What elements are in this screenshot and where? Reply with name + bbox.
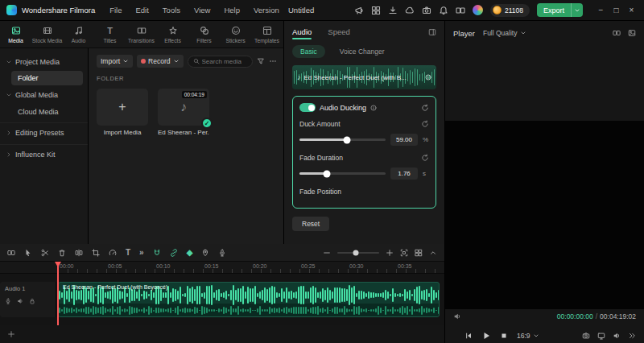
track-voiceover-icon[interactable] (5, 298, 11, 304)
duck-amount-value[interactable]: 59.00 (390, 134, 418, 146)
reset-fade-duration-icon[interactable] (421, 154, 429, 162)
zoom-in-icon[interactable] (386, 249, 394, 257)
voiceover-mic-icon[interactable] (218, 249, 226, 257)
track-manager-icon[interactable] (415, 249, 423, 257)
search-input[interactable]: Search media (188, 56, 254, 68)
record-button[interactable]: Record (137, 55, 183, 68)
fullscreen-monitor-icon[interactable] (597, 332, 605, 340)
duck-amount-slider[interactable] (299, 138, 386, 141)
keyframe-icon[interactable]: ◆ (187, 249, 193, 257)
link-clips-icon[interactable] (170, 249, 178, 257)
pointer-tool-icon[interactable] (24, 249, 32, 257)
marker-icon[interactable] (201, 249, 209, 257)
collapse-timeline-icon[interactable] (429, 249, 437, 257)
quality-dropdown[interactable]: Full Quality (483, 29, 527, 37)
filter-funnel-icon[interactable] (257, 57, 265, 65)
subtab-voice-changer[interactable]: Voice Changer (332, 45, 393, 58)
minimize-button[interactable]: − (593, 0, 609, 21)
tab-templates[interactable]: Templates (251, 26, 283, 43)
audio-thumbnail[interactable]: ♪ 00:04:19 ✓ (158, 89, 209, 126)
slider-knob[interactable] (324, 170, 331, 177)
coin-balance[interactable]: 21108 (490, 4, 530, 17)
sidebar-item-folder[interactable]: Folder (11, 71, 83, 85)
tab-transitions[interactable]: Transitions (126, 26, 157, 43)
previous-frame-icon[interactable] (464, 332, 473, 340)
audio-clip-preview[interactable]: ♪ Ed Sheeran - Perfect Duet (with B... (292, 65, 436, 89)
video-preview[interactable] (445, 121, 644, 309)
crop-tool-icon[interactable] (92, 249, 100, 257)
menu-version[interactable]: Version (254, 6, 279, 14)
speaker-icon[interactable] (613, 332, 621, 340)
tab-media[interactable]: Media (0, 26, 31, 43)
more-tools-icon[interactable]: » (139, 249, 144, 257)
tab-titles[interactable]: T Titles (94, 26, 126, 43)
dual-layout-icon[interactable] (456, 6, 465, 15)
download-icon[interactable] (388, 6, 398, 15)
tab-audio-properties[interactable]: Audio (292, 23, 312, 41)
add-track-plus-icon[interactable] (7, 330, 15, 338)
menu-edit[interactable]: Edit (135, 6, 148, 14)
playhead[interactable] (57, 262, 59, 325)
reset-button[interactable]: Reset (292, 217, 329, 231)
tab-stickers[interactable]: Stickers (220, 26, 251, 43)
apps-grid-icon[interactable] (371, 6, 381, 15)
reset-ducking-icon[interactable] (421, 104, 429, 112)
cloud-icon[interactable] (405, 6, 415, 15)
import-button[interactable]: Import (97, 55, 133, 68)
tab-stock-media[interactable]: Stock Media (31, 26, 63, 43)
info-icon[interactable] (425, 74, 431, 81)
audio-ducking-toggle[interactable] (299, 103, 316, 112)
snapshot-camera-icon[interactable] (582, 332, 590, 340)
compare-view-icon[interactable] (613, 29, 621, 37)
menu-view[interactable]: View (194, 6, 210, 14)
speed-tool-icon[interactable] (109, 249, 117, 257)
sidebar-item-editing-presets[interactable]: Editing Presets (0, 122, 88, 142)
tab-speed-properties[interactable]: Speed (328, 23, 349, 41)
import-media-thumbnail[interactable]: + (97, 89, 148, 126)
slider-knob[interactable] (343, 136, 350, 143)
menu-help[interactable]: Help (224, 6, 240, 14)
delete-trash-icon[interactable] (58, 249, 66, 257)
aspect-ratio-dropdown[interactable]: 16:9 (517, 332, 539, 340)
timeline-zoom-slider[interactable] (337, 252, 379, 254)
media-manager-icon[interactable] (7, 249, 15, 257)
expand-panel-icon[interactable] (628, 332, 636, 340)
audio-track-header[interactable]: Audio 1 (0, 282, 56, 317)
sidebar-item-cloud-media[interactable]: Cloud Media (0, 103, 88, 120)
panel-collapse-icon[interactable] (428, 28, 436, 36)
audio-clip[interactable]: Ed Sheeran - Perfect Duet (with Beyoncé) (58, 282, 440, 317)
stop-icon[interactable] (500, 332, 508, 340)
screen-record-icon[interactable] (422, 6, 431, 15)
tab-effects[interactable]: Effects (157, 26, 188, 43)
sidebar-item-global-media[interactable]: Global Media (0, 86, 88, 103)
scissors-cut-icon[interactable] (41, 249, 49, 257)
promo-megaphone-icon[interactable] (354, 6, 364, 15)
user-avatar[interactable] (473, 5, 483, 15)
track-lock-icon[interactable] (29, 298, 35, 304)
split-clip-icon[interactable] (75, 249, 83, 257)
menu-file[interactable]: File (109, 6, 122, 14)
close-button[interactable]: × (624, 0, 639, 21)
sidebar-item-influence-kit[interactable]: Influence Kit (0, 144, 88, 163)
play-icon[interactable] (481, 331, 491, 341)
info-icon[interactable] (370, 105, 377, 111)
sidebar-item-project-media[interactable]: Project Media (0, 53, 88, 70)
detach-player-icon[interactable] (628, 29, 636, 37)
more-options-icon[interactable] (269, 57, 277, 65)
maximize-button[interactable]: □ (609, 0, 624, 21)
timeline-ruler[interactable]: 00:00 00:05 00:10 00:15 00:20 00:25 00:3… (0, 262, 444, 274)
subtab-basic[interactable]: Basic (292, 45, 325, 58)
snap-magnet-icon[interactable] (153, 249, 161, 257)
menu-tools[interactable]: Tools (163, 6, 180, 14)
reset-duck-amount-icon[interactable] (421, 120, 429, 128)
notification-bell-icon[interactable] (439, 6, 448, 15)
tab-audio[interactable]: Audio (63, 26, 94, 43)
fit-timeline-icon[interactable] (400, 249, 408, 257)
import-media-tile[interactable]: + Import Media (97, 89, 148, 136)
audio-media-tile[interactable]: ♪ 00:04:19 ✓ Ed Sheeran - Per... (158, 89, 209, 136)
tab-filters[interactable]: Filters (188, 26, 220, 43)
fade-duration-slider[interactable] (299, 172, 386, 175)
export-button[interactable]: Export (537, 3, 583, 17)
text-tool-icon[interactable]: T (126, 249, 130, 257)
preview-speaker-icon[interactable] (453, 312, 461, 320)
